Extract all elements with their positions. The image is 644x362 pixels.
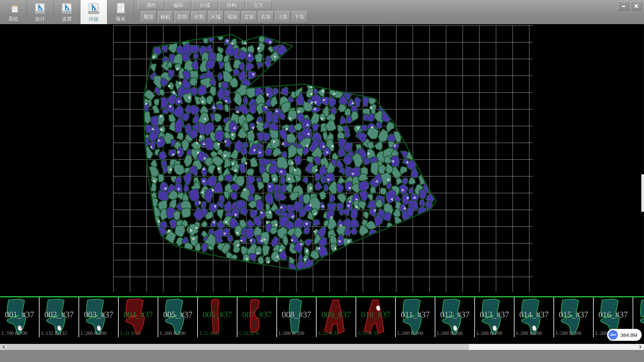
nav-label: 排版	[89, 16, 99, 22]
piece-thumbnail-8[interactable]: 008_#37L:200 R:200	[277, 297, 317, 337]
ribbon-button-3[interactable]: 选割	[174, 11, 190, 23]
horizontal-scrollbar-thumb[interactable]	[7, 344, 469, 350]
piece-label: 012_#37	[440, 310, 470, 319]
piece-counts: L:200 R:200	[397, 330, 423, 336]
download-badge[interactable]: 38% 384.8M	[607, 329, 642, 341]
ruler-icon	[61, 2, 73, 15]
piece-counts: L:200 R:200	[160, 330, 185, 336]
gear-icon	[7, 1, 19, 16]
piece-counts: L:200 R:200	[516, 330, 542, 336]
piece-counts: L:200 R:200	[279, 330, 304, 336]
piece-label: 007_#37	[242, 310, 272, 319]
horizontal-scrollbar[interactable]	[0, 344, 644, 350]
piece-counts: L:132 R:132	[41, 330, 67, 336]
nav-label: 报表	[116, 16, 126, 22]
ribbon-button-5[interactable]: 区域	[208, 11, 223, 23]
nav-label: 设置	[62, 16, 72, 22]
piece-thumbnail-1[interactable]: 001_#37L:700 R:700	[0, 297, 40, 337]
scroll-left-button[interactable]	[0, 344, 7, 350]
close-button[interactable]	[631, 1, 642, 11]
ribbon-button-1[interactable]: 聚排	[141, 11, 156, 23]
chevron-left-icon	[2, 345, 5, 349]
piece-thumbnail-5[interactable]: 005_#37L:200 R:200	[158, 297, 198, 337]
report-icon	[115, 2, 127, 15]
report-icon	[115, 1, 127, 16]
piece-thumbnail-9[interactable]: 009_#37L:32 R:31	[317, 297, 356, 337]
piece-label: 002_#37	[44, 310, 74, 319]
piece-label: 011_#37	[401, 310, 430, 319]
piece-thumbnail-7[interactable]: 007_#37L:31 R:31	[237, 297, 277, 337]
piece-counts: L:21 R:21	[200, 330, 220, 336]
menu-tabs: 属性编辑区域排料交互	[138, 1, 272, 10]
piece-counts: L:31 R:31	[239, 330, 260, 336]
piece-thumbnail-13[interactable]: 013_#37L:200 R:200	[475, 297, 515, 337]
piece-thumbnail-4[interactable]: 004_#37L:31 R:31	[119, 297, 158, 337]
piece-label: 016_#37	[598, 310, 628, 319]
ribbon-button-6[interactable]: 瑕疵	[225, 11, 240, 23]
piece-label: 003_#37	[84, 310, 113, 319]
piece-thumbnail-2[interactable]: 002_#37L:132 R:132	[40, 297, 79, 337]
piece-label: 009_#37	[321, 310, 351, 319]
tab-1[interactable]: 属性	[138, 1, 164, 10]
minimize-button[interactable]	[618, 1, 629, 11]
piece-thumbnail-11[interactable]: 011_#37L:200 R:200	[396, 297, 435, 337]
piece-label: 005_#37	[163, 310, 193, 319]
piece-label: 014_#37	[519, 310, 549, 319]
status-bar	[0, 350, 644, 362]
piece-thumbnail-6[interactable]: 006_#37L:21 R:21	[198, 297, 237, 337]
nav-button-4[interactable]: 排版	[80, 0, 107, 24]
piece-label: 004_#37	[123, 310, 153, 319]
progress-circle: 38%	[608, 330, 618, 340]
canvas-svg	[0, 24, 644, 296]
ruler-icon	[34, 2, 46, 15]
ruler-icon	[88, 1, 100, 16]
tab-4[interactable]: 排料	[219, 1, 245, 10]
toolbar: 系统设计设置排版报表 属性编辑区域排料交互 聚排相机选割全割区域瑕疵左靠右靠上靠…	[0, 0, 644, 24]
nav-label: 系统	[8, 16, 18, 22]
ribbon-button-9[interactable]: 上靠	[275, 11, 290, 23]
nav-button-5[interactable]: 报表	[107, 0, 134, 24]
piece-thumbnail-15[interactable]: 015_#37L:200 R:200	[554, 297, 594, 337]
piece-counts: L:200 R:200	[437, 330, 463, 336]
piece-label: 010_#37	[361, 310, 390, 319]
window-controls	[618, 1, 642, 11]
ribbon-button-2[interactable]: 相机	[158, 11, 173, 23]
piece-thumbnail-10[interactable]: 010_#37L:33 R:33	[356, 297, 396, 337]
tab-2[interactable]: 编辑	[165, 1, 191, 10]
piece-thumbnail-14[interactable]: 014_#37L:200 R:200	[515, 297, 554, 337]
pieces-strip: 001_#37L:700 R:700002_#37L:132 R:132003_…	[0, 296, 644, 337]
nav-button-3[interactable]: 设置	[54, 0, 80, 24]
nav-button-2[interactable]: 设计	[27, 0, 54, 24]
piece-label: 008_#37	[282, 310, 311, 319]
app-nav: 系统设计设置排版报表	[0, 0, 134, 24]
ribbon-buttons: 聚排相机选割全割区域瑕疵左靠右靠上靠下靠	[141, 11, 309, 23]
scroll-right-button[interactable]	[637, 344, 644, 350]
ribbon-button-10[interactable]: 下靠	[292, 11, 307, 23]
piece-counts: L:200 R:200	[556, 330, 581, 336]
piece-counts: L:32 R:31	[318, 330, 339, 336]
nesting-canvas[interactable]	[0, 24, 644, 296]
ribbon-button-4[interactable]: 全割	[191, 11, 207, 23]
ribbon-button-8[interactable]: 右靠	[258, 11, 274, 23]
piece-label: 013_#37	[480, 310, 509, 319]
piece-counts: L:200 R:200	[477, 330, 502, 336]
ruler-icon	[61, 1, 73, 16]
close-icon	[634, 4, 639, 8]
piece-counts: L:31 R:31	[120, 330, 141, 336]
piece-thumbnail-3[interactable]: 003_#37L:200 R:200	[79, 297, 119, 337]
vertical-scrollbar-thumb[interactable]	[641, 174, 644, 212]
tab-3[interactable]: 区域	[192, 1, 218, 10]
minimize-icon	[621, 4, 626, 8]
chevron-right-icon	[639, 345, 642, 349]
piece-counts: L:700 R:700	[2, 330, 27, 336]
piece-counts: L:33 R:33	[358, 330, 378, 336]
vertical-scrollbar[interactable]	[641, 24, 644, 296]
tab-5[interactable]: 交互	[246, 1, 272, 10]
ruler-icon	[88, 2, 100, 15]
piece-counts: L:200 R:200	[81, 330, 106, 336]
ribbon-button-7[interactable]: 左靠	[241, 11, 257, 23]
menu-area: 属性编辑区域排料交互 聚排相机选割全割区域瑕疵左靠右靠上靠下靠	[138, 0, 617, 24]
piece-thumbnail-12[interactable]: 012_#37L:200 R:200	[435, 297, 475, 337]
nav-label: 设计	[35, 16, 45, 22]
nav-button-1[interactable]: 系统	[0, 0, 27, 24]
